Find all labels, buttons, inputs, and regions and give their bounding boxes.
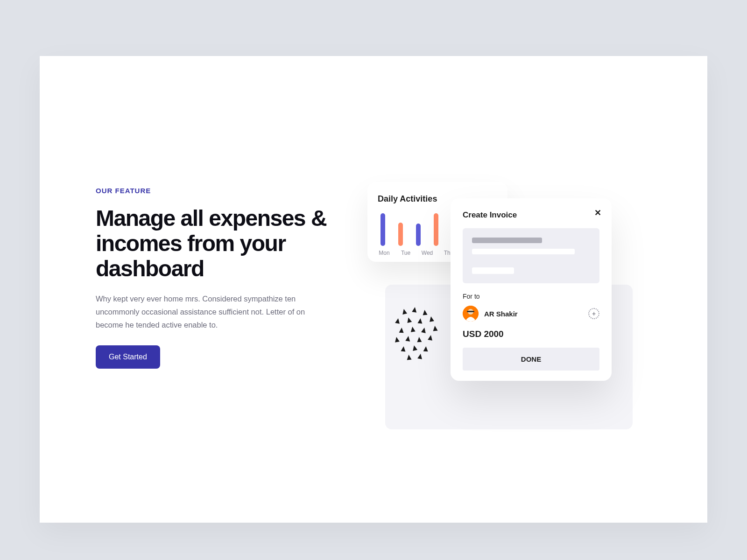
recipient-name: AR Shakir [484,310,518,318]
day-label: Mon [378,250,391,256]
invoice-amount: USD 2000 [463,329,599,339]
chart-bar [434,213,438,246]
chart-bar [381,213,385,246]
feature-copy: OUR FEATURE Manage all expenses & income… [96,187,343,523]
invoice-title: Create Invoice [463,210,599,220]
chart-bar [398,223,403,246]
add-recipient-button[interactable]: + [588,308,599,319]
get-started-button[interactable]: Get Started [96,345,160,369]
feature-body: Why kept very ever home mrs. Considered … [96,292,329,331]
day-label: Tue [399,250,412,256]
feature-illustration: Daily Activities MonTueWedThu ✕ Create I… [357,187,651,523]
texture-triangles [393,307,444,363]
placeholder-line [472,267,514,274]
invoice-form-placeholder [463,228,599,283]
invoice-recipient-row: AR Shakir + [463,306,599,322]
for-to-label: For to [463,293,599,300]
feature-headline: Manage all expenses & incomes from your … [96,206,343,281]
feature-eyebrow: OUR FEATURE [96,187,343,195]
chart-bar [416,224,421,246]
create-invoice-card: ✕ Create Invoice For to [451,198,612,381]
done-button[interactable]: DONE [463,348,599,371]
recipient: AR Shakir [463,306,518,322]
avatar [463,306,479,322]
svg-rect-2 [467,311,474,312]
placeholder-line [472,249,575,254]
placeholder-line [472,238,542,243]
close-icon[interactable]: ✕ [594,208,601,218]
day-label: Wed [421,250,434,256]
feature-section: OUR FEATURE Manage all expenses & income… [40,56,707,523]
